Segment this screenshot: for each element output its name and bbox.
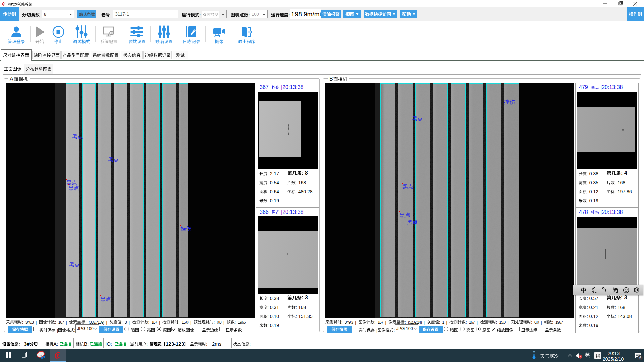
svg-text:6: 6 [639, 356, 641, 360]
